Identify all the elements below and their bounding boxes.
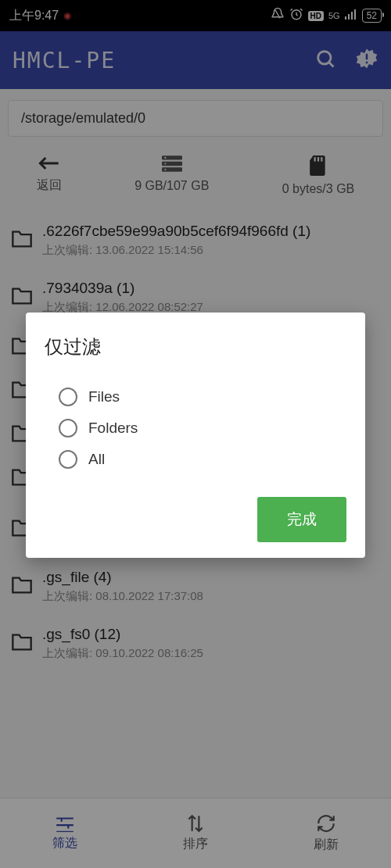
filter-dialog: 仅过滤 Files Folders All 完成 [26, 313, 365, 558]
radio-label: Files [88, 388, 120, 405]
done-button[interactable]: 完成 [257, 497, 346, 542]
radio-label: All [88, 451, 105, 468]
radio-label: Folders [88, 420, 138, 437]
radio-files[interactable]: Files [59, 381, 346, 413]
radio-icon [59, 450, 77, 469]
dialog-title: 仅过滤 [45, 334, 346, 359]
radio-all[interactable]: All [59, 444, 346, 475]
radio-icon [59, 419, 77, 438]
dialog-overlay[interactable]: 仅过滤 Files Folders All 完成 [0, 0, 391, 868]
radio-icon [59, 388, 77, 406]
radio-folders[interactable]: Folders [59, 413, 346, 444]
radio-group: Files Folders All [45, 381, 346, 475]
